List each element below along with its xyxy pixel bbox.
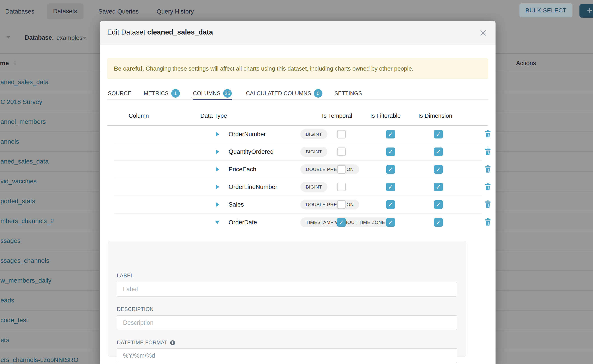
data-type-pill: BIGINT xyxy=(300,129,327,139)
is-temporal-checkbox[interactable] xyxy=(337,130,346,138)
dataset-link[interactable]: aned_sales_data xyxy=(0,158,48,165)
dataset-link[interactable]: ers_channels-uzooNNtSRO xyxy=(0,356,79,364)
delete-column-icon[interactable] xyxy=(485,165,491,173)
column-header: Column xyxy=(129,112,149,119)
is-temporal-checkbox[interactable] xyxy=(337,183,346,191)
is-temporal-checkbox[interactable] xyxy=(337,148,346,156)
datetime-format-field-label: DATETIME FORMAT i xyxy=(117,340,175,346)
column-row: OrderLineNumberBIGINT✓✓ xyxy=(114,178,482,196)
expand-caret-icon[interactable] xyxy=(216,132,219,136)
tab-source[interactable]: SOURCE xyxy=(108,87,131,100)
calculated-columns-count-badge: 0 xyxy=(314,89,323,98)
edit-dataset-modal: Edit Dataset cleaned_sales_data Be caref… xyxy=(100,21,495,364)
tab-columns[interactable]: COLUMNS25 xyxy=(193,87,232,100)
description-input[interactable] xyxy=(117,315,457,330)
is-dimension-checkbox[interactable]: ✓ xyxy=(434,218,443,227)
data-type-header: Data Type xyxy=(200,112,227,119)
data-type-pill: DOUBLE PRECISION xyxy=(300,200,359,209)
expand-caret-icon[interactable] xyxy=(216,150,219,154)
info-icon[interactable]: i xyxy=(170,340,175,345)
dataset-link[interactable]: ers xyxy=(0,337,9,344)
tab-metrics[interactable]: METRICS1 xyxy=(144,87,180,100)
expand-caret-icon[interactable] xyxy=(216,202,219,207)
column-name: QuantityOrdered xyxy=(229,148,274,155)
modal-tabbar: SOURCE METRICS1 COLUMNS25 CALCULATED COL… xyxy=(107,87,488,100)
column-row: PriceEachDOUBLE PRECISION✓✓ xyxy=(114,161,482,178)
column-edit-panel: LABEL DESCRIPTION DATETIME FORMAT i xyxy=(108,241,466,357)
is-temporal-checkbox[interactable] xyxy=(337,200,346,209)
expand-caret-icon[interactable] xyxy=(215,221,220,224)
data-type-pill: BIGINT xyxy=(300,147,327,157)
is-dimension-checkbox[interactable]: ✓ xyxy=(434,200,443,209)
is-temporal-checkbox[interactable] xyxy=(337,165,346,174)
delete-column-icon[interactable] xyxy=(485,148,491,155)
is-temporal-header: Is Temporal xyxy=(322,112,352,119)
app-screen: Databases Datasets Saved Queries Query H… xyxy=(0,0,593,364)
metrics-count-badge: 1 xyxy=(171,89,180,98)
expand-caret-icon[interactable] xyxy=(216,167,219,172)
data-type-pill: BIGINT xyxy=(300,182,327,192)
column-row: OrderNumberBIGINT✓✓ xyxy=(114,126,482,143)
label-field-label: LABEL xyxy=(117,273,134,279)
dataset-link[interactable]: mbers_channels_2 xyxy=(0,217,54,225)
dataset-link[interactable]: ported_stats xyxy=(0,198,35,205)
dataset-link[interactable]: w_members_daily xyxy=(0,277,52,284)
is-temporal-checkbox[interactable]: ✓ xyxy=(337,218,346,227)
delete-column-icon[interactable] xyxy=(485,183,491,190)
datetime-format-input[interactable] xyxy=(117,348,457,363)
column-name: Sales xyxy=(229,201,244,208)
label-input[interactable] xyxy=(117,282,457,297)
dataset-link[interactable]: eads xyxy=(0,297,14,304)
is-dimension-checkbox[interactable]: ✓ xyxy=(434,130,443,138)
column-name: OrderLineNumber xyxy=(229,184,277,191)
delete-column-icon[interactable] xyxy=(485,201,491,208)
dataset-link[interactable]: code_test xyxy=(0,317,28,324)
is-dimension-checkbox[interactable]: ✓ xyxy=(434,165,443,174)
column-row: SalesDOUBLE PRECISION✓✓ xyxy=(114,196,482,214)
delete-column-icon[interactable] xyxy=(485,218,491,226)
is-dimension-header: Is Dimension xyxy=(418,112,452,119)
columns-count-badge: 25 xyxy=(223,89,232,98)
is-dimension-checkbox[interactable]: ✓ xyxy=(434,148,443,156)
is-filterable-checkbox[interactable]: ✓ xyxy=(386,165,395,174)
dataset-link[interactable]: vid_vaccines xyxy=(0,178,37,185)
is-filterable-checkbox[interactable]: ✓ xyxy=(386,148,395,156)
is-filterable-header: Is Filterable xyxy=(370,112,401,119)
tab-settings[interactable]: SETTINGS xyxy=(334,87,362,100)
modal-header: Edit Dataset cleaned_sales_data xyxy=(100,21,495,45)
data-type-pill: DOUBLE PRECISION xyxy=(300,164,359,174)
expand-caret-icon[interactable] xyxy=(216,185,219,189)
dataset-link[interactable]: annel_members xyxy=(0,118,46,125)
dataset-link[interactable]: annels xyxy=(0,138,19,145)
is-filterable-checkbox[interactable]: ✓ xyxy=(386,130,395,138)
is-dimension-checkbox[interactable]: ✓ xyxy=(434,183,443,191)
column-name: PriceEach xyxy=(229,166,256,173)
dataset-link[interactable]: aned_sales_data xyxy=(0,78,48,86)
dataset-link[interactable]: C 2018 Survey xyxy=(0,98,42,105)
modal-title: Edit Dataset cleaned_sales_data xyxy=(107,28,213,36)
is-filterable-checkbox[interactable]: ✓ xyxy=(386,200,395,209)
is-filterable-checkbox[interactable]: ✓ xyxy=(386,183,395,191)
delete-column-icon[interactable] xyxy=(485,130,491,137)
dataset-link[interactable]: ssages xyxy=(0,237,20,244)
close-icon[interactable] xyxy=(479,29,488,37)
column-row: QuantityOrderedBIGINT✓✓ xyxy=(114,143,482,161)
column-row: OrderDateTIMESTAMP WITHOUT TIME ZONE✓✓✓ xyxy=(114,214,482,231)
dataset-name: cleaned_sales_data xyxy=(147,28,213,36)
description-field-label: DESCRIPTION xyxy=(117,306,154,312)
dataset-link[interactable]: ssages_channels xyxy=(0,257,49,264)
warning-banner: Be careful.Changing these settings will … xyxy=(107,58,488,79)
column-name: OrderDate xyxy=(229,219,257,226)
column-name: OrderNumber xyxy=(229,131,266,138)
is-filterable-checkbox[interactable]: ✓ xyxy=(386,218,395,227)
tab-calculated-columns[interactable]: CALCULATED COLUMNS0 xyxy=(246,87,323,100)
